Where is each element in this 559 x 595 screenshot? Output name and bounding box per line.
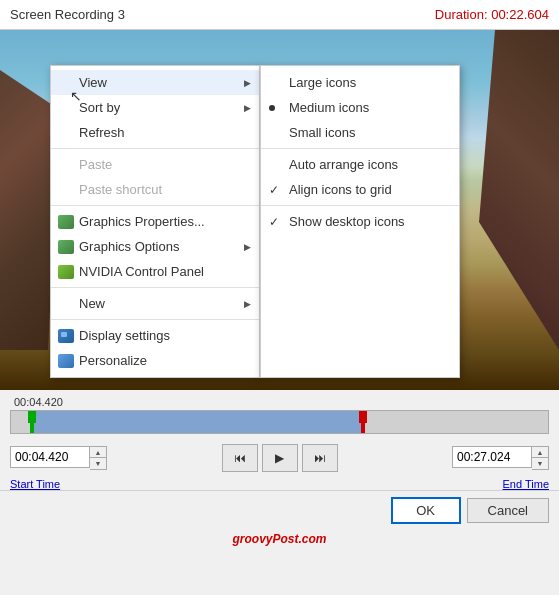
prev-frame-button[interactable]: ⏮ (222, 444, 258, 472)
menu-item-new[interactable]: New (51, 291, 259, 316)
timeline-area: 00:04.420 (0, 390, 559, 434)
align-grid-label: Align icons to grid (289, 182, 392, 197)
menu-item-display-settings-label: Display settings (79, 328, 170, 343)
submenu-item-show-desktop-icons[interactable]: ✓ Show desktop icons (261, 209, 459, 234)
graphics-properties-icon (57, 214, 75, 230)
menu-item-refresh[interactable]: Refresh (51, 120, 259, 145)
menu-item-graphics-properties[interactable]: Graphics Properties... (51, 209, 259, 234)
timeline-current-time: 00:04.420 (10, 396, 549, 408)
display-settings-icon (57, 328, 75, 344)
start-time-label[interactable]: Start Time (10, 478, 60, 490)
menu-item-graphics-options-label: Graphics Options (79, 239, 179, 254)
timeline-end-handle[interactable] (359, 411, 367, 423)
small-icons-label: Small icons (289, 125, 355, 140)
video-preview: View Sort by Refresh Paste Paste shortcu… (0, 30, 559, 390)
timeline-selection (31, 411, 363, 433)
submenu-item-align-grid[interactable]: ✓ Align icons to grid (261, 177, 459, 202)
submenu-separator-2 (261, 205, 459, 206)
submenu-view: Large icons Medium icons Small icons Aut… (260, 65, 460, 378)
menu-item-paste-shortcut[interactable]: Paste shortcut (51, 177, 259, 202)
bullet-medium-icons (269, 105, 275, 111)
menu-item-personalize-label: Personalize (79, 353, 147, 368)
menu-item-refresh-label: Refresh (79, 125, 125, 140)
medium-icons-label: Medium icons (289, 100, 369, 115)
cancel-button[interactable]: Cancel (467, 498, 549, 523)
separator-3 (51, 287, 259, 288)
next-frame-button[interactable]: ⏭ (302, 444, 338, 472)
submenu-item-medium-icons[interactable]: Medium icons (261, 95, 459, 120)
submenu-item-large-icons[interactable]: Large icons (261, 70, 459, 95)
watermark-text: groovyPost.com (232, 532, 326, 546)
submenu-separator-1 (261, 148, 459, 149)
bottom-row: OK Cancel (0, 490, 559, 530)
menu-item-sort-by-label: Sort by (79, 100, 120, 115)
time-labels-row: Start Time End Time (0, 478, 559, 490)
end-time-spinner: ▲ ▼ (532, 446, 549, 470)
large-icons-label: Large icons (289, 75, 356, 90)
auto-arrange-label: Auto arrange icons (289, 157, 398, 172)
title-bar: Screen Recording 3 Duration: 00:22.604 (0, 0, 559, 30)
context-menu-overlay: View Sort by Refresh Paste Paste shortcu… (50, 65, 460, 378)
graphics-options-icon (57, 239, 75, 255)
end-time-group: ▲ ▼ (452, 446, 549, 470)
window-title: Screen Recording 3 (10, 7, 125, 22)
start-time-input[interactable] (10, 446, 90, 468)
start-time-down[interactable]: ▼ (90, 458, 106, 469)
start-time-up[interactable]: ▲ (90, 447, 106, 458)
footer-watermark: groovyPost.com (0, 530, 559, 548)
controls-area: ▲ ▼ ⏮ ▶ ⏭ ▲ ▼ (0, 440, 559, 478)
separator-4 (51, 319, 259, 320)
menu-item-paste-label: Paste (79, 157, 112, 172)
timeline-start-marker (30, 411, 34, 433)
start-time-spinner: ▲ ▼ (90, 446, 107, 470)
context-menu: View Sort by Refresh Paste Paste shortcu… (50, 65, 260, 378)
show-desktop-icons-label: Show desktop icons (289, 214, 405, 229)
start-time-group: ▲ ▼ (10, 446, 107, 470)
menu-item-paste-shortcut-label: Paste shortcut (79, 182, 162, 197)
end-time-input[interactable] (452, 446, 532, 468)
end-time-down[interactable]: ▼ (532, 458, 548, 469)
checkmark-show-desktop: ✓ (269, 215, 279, 229)
menu-item-view-label: View (79, 75, 107, 90)
play-button[interactable]: ▶ (262, 444, 298, 472)
menu-item-personalize[interactable]: Personalize (51, 348, 259, 373)
menu-item-paste[interactable]: Paste (51, 152, 259, 177)
end-time-up[interactable]: ▲ (532, 447, 548, 458)
menu-item-graphics-options[interactable]: Graphics Options (51, 234, 259, 259)
end-time-label[interactable]: End Time (503, 478, 549, 490)
submenu-item-auto-arrange[interactable]: Auto arrange icons (261, 152, 459, 177)
menu-item-view[interactable]: View (51, 70, 259, 95)
menu-item-nvidia[interactable]: NVIDIA Control Panel (51, 259, 259, 284)
menu-item-nvidia-label: NVIDIA Control Panel (79, 264, 204, 279)
duration-label: Duration: 00:22.604 (435, 7, 549, 22)
checkmark-align-grid: ✓ (269, 183, 279, 197)
submenu-item-small-icons[interactable]: Small icons (261, 120, 459, 145)
playback-controls: ⏮ ▶ ⏭ (222, 444, 338, 472)
ok-button[interactable]: OK (391, 497, 461, 524)
separator-1 (51, 148, 259, 149)
separator-2 (51, 205, 259, 206)
menu-item-display-settings[interactable]: Display settings (51, 323, 259, 348)
personalize-icon (57, 353, 75, 369)
menu-item-graphics-properties-label: Graphics Properties... (79, 214, 205, 229)
menu-item-sort-by[interactable]: Sort by (51, 95, 259, 120)
timeline-track[interactable] (10, 410, 549, 434)
menu-item-new-label: New (79, 296, 105, 311)
nvidia-icon (57, 264, 75, 280)
